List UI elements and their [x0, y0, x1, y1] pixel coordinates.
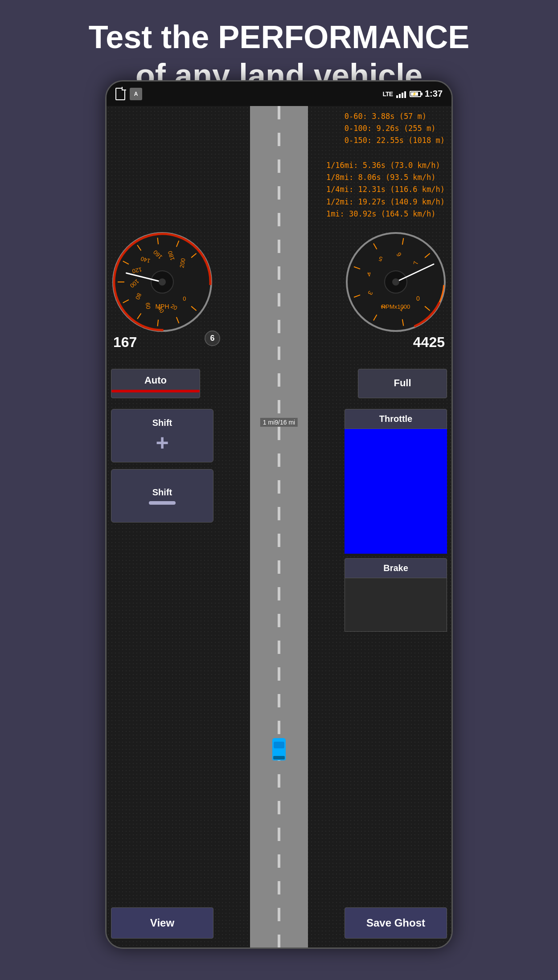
app-icon: A [130, 88, 142, 100]
speedometer-container: 0 20 40 60 80 100 120 140 160 180 200 MP… [111, 231, 213, 335]
stat-0-100: 0-100: 9.26s (255 m) [345, 122, 445, 135]
stat-1-4mi: 1/4mi: 12.31s (116.6 km/h) [326, 184, 445, 196]
throttle-bar[interactable] [345, 429, 447, 554]
stat-0-60: 0-60: 3.88s (57 m) [345, 110, 445, 122]
brake-bar[interactable] [345, 578, 447, 632]
full-throttle-button[interactable]: Full [358, 369, 447, 398]
status-bar: A LTE ⚡ 1:37 [107, 82, 451, 106]
time-display: 1:37 [425, 89, 443, 99]
brake-label: Brake [345, 558, 447, 578]
stat-0-150: 0-150: 22.55s (1018 m) [345, 135, 445, 147]
tachometer-svg: 0 1 2 3 4 5 6 7 RPMx1000 [345, 231, 447, 333]
bottom-buttons: View Save Ghost [107, 907, 451, 939]
mode-buttons-row: Auto Full [107, 369, 451, 398]
brake-section: Brake [345, 558, 447, 632]
rpm-value: 4425 [413, 334, 445, 351]
throttle-label: Throttle [345, 409, 447, 429]
app-content: 1 mi9/16 mi 0-60: 3.88s (57 m) 0-100: 9.… [107, 106, 451, 947]
svg-text:0: 0 [183, 295, 186, 302]
stat-1-16mi: 1/16mi: 5.36s (73.0 km/h) [326, 159, 445, 172]
svg-text:RPMx1000: RPMx1000 [382, 303, 410, 310]
save-ghost-button[interactable]: Save Ghost [345, 907, 447, 939]
stat-1-8mi: 1/8mi: 8.06s (93.5 km/h) [326, 172, 445, 184]
mode-indicator-bar [111, 390, 200, 392]
distance-stats: 1/16mi: 5.36s (73.0 km/h) 1/8mi: 8.06s (… [326, 159, 445, 220]
status-left: A [115, 88, 142, 100]
battery-fill: ⚡ [411, 92, 418, 96]
phone-frame: A LTE ⚡ 1:37 1 mi9/16 mi [105, 80, 453, 949]
stat-1mi: 1mi: 30.92s (164.5 km/h) [326, 208, 445, 220]
plus-icon: + [156, 432, 168, 454]
acceleration-stats: 0-60: 3.88s (57 m) 0-100: 9.26s (255 m) … [345, 110, 445, 147]
svg-text:60: 60 [144, 302, 152, 309]
gauges-row: 0 20 40 60 80 100 120 140 160 180 200 MP… [107, 231, 451, 335]
svg-text:0: 0 [416, 295, 420, 302]
sim-icon [115, 88, 125, 100]
lightning-icon: ⚡ [412, 92, 417, 96]
tachometer-container: 0 1 2 3 4 5 6 7 RPMx1000 [345, 231, 447, 335]
auto-mode-button[interactable]: Auto [111, 369, 200, 398]
shift-up-button[interactable]: Shift + [111, 409, 213, 462]
throttle-section: Throttle Brake [345, 409, 447, 632]
minus-icon [149, 501, 176, 505]
battery-icon: ⚡ [410, 91, 421, 97]
speed-value: 167 [113, 334, 137, 351]
road-distance-label: 1 mi9/16 mi [260, 418, 298, 427]
shift-down-button[interactable]: Shift [111, 469, 213, 523]
car [272, 738, 286, 760]
svg-point-50 [392, 278, 399, 286]
speedometer-svg: 0 20 40 60 80 100 120 140 160 180 200 MP… [111, 231, 213, 333]
status-right: LTE ⚡ 1:37 [383, 89, 443, 99]
lte-icon: LTE [383, 90, 393, 98]
stat-1-2mi: 1/2mi: 19.27s (140.9 km/h) [326, 196, 445, 208]
signal-bars [396, 90, 406, 98]
svg-text:MPH: MPH [155, 303, 169, 310]
shift-section: Shift + Shift [111, 409, 213, 523]
view-button[interactable]: View [111, 907, 213, 939]
gear-badge: 6 [205, 331, 220, 346]
car-body [272, 738, 286, 760]
svg-point-27 [159, 278, 166, 286]
